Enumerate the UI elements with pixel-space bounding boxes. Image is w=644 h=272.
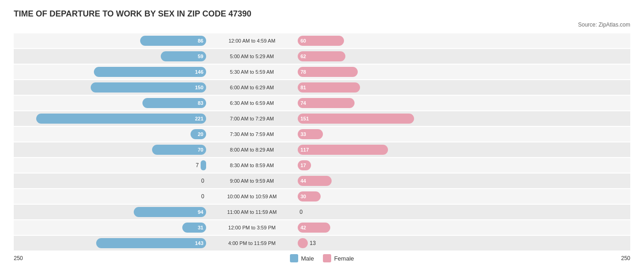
male-bar	[201, 160, 206, 170]
male-bar-container: 7	[14, 160, 206, 170]
female-bar-container: 117	[298, 145, 490, 155]
female-bar: 17	[298, 160, 311, 170]
time-label: 7:00 AM to 7:29 AM	[206, 116, 298, 121]
female-bar: 78	[298, 67, 358, 77]
chart-row: 595:00 AM to 5:29 AM62	[14, 49, 630, 64]
female-bar: 151	[298, 114, 414, 124]
male-bar-container: 0	[14, 178, 206, 184]
source-text: Source: ZipAtlas.com	[14, 22, 630, 28]
male-bar-container: 143	[14, 238, 206, 248]
male-bar: 70	[152, 145, 206, 155]
male-bar-container: 70	[14, 145, 206, 155]
female-bar-container: 62	[298, 51, 490, 61]
male-bar-container: 146	[14, 67, 206, 77]
male-bar: 221	[36, 114, 206, 124]
female-bar-container: 42	[298, 223, 490, 233]
male-bar-container: 86	[14, 36, 206, 46]
female-value: 13	[310, 240, 316, 246]
female-bar: 44	[298, 176, 332, 186]
time-label: 10:00 AM to 10:59 AM	[206, 194, 298, 199]
female-bar	[298, 238, 308, 248]
female-bar: 33	[298, 129, 323, 139]
female-bar: 62	[298, 51, 345, 61]
time-label: 8:00 AM to 8:29 AM	[206, 147, 298, 152]
male-bar: 31	[182, 223, 206, 233]
chart-row: 1465:30 AM to 5:59 AM78	[14, 65, 630, 79]
female-bar: 60	[298, 36, 344, 46]
female-label: Female	[334, 255, 354, 262]
female-bar: 30	[298, 191, 321, 201]
time-label: 6:00 AM to 6:29 AM	[206, 85, 298, 90]
chart-row: 9411:00 AM to 11:59 AM0	[14, 205, 630, 219]
male-bar: 94	[134, 207, 206, 217]
male-value: 0	[201, 178, 204, 184]
male-bar-container: 59	[14, 51, 206, 61]
legend-female: Female	[323, 254, 354, 262]
female-bar-container: 44	[298, 176, 490, 186]
time-label: 5:00 AM to 5:29 AM	[206, 54, 298, 59]
chart-row: 2217:00 AM to 7:29 AM151	[14, 111, 630, 126]
male-bar-container: 150	[14, 82, 206, 92]
female-bar-container: 78	[298, 67, 490, 77]
male-bar: 150	[91, 82, 206, 92]
time-label: 6:30 AM to 6:59 AM	[206, 100, 298, 106]
male-bar-container: 0	[14, 193, 206, 200]
male-bar-container: 20	[14, 129, 206, 139]
time-label: 5:30 AM to 5:59 AM	[206, 69, 298, 75]
chart-row: 1434:00 PM to 11:59 PM13	[14, 236, 630, 250]
time-label: 8:30 AM to 8:59 AM	[206, 163, 298, 168]
chart-row: 836:30 AM to 6:59 AM74	[14, 96, 630, 110]
male-swatch	[290, 254, 298, 262]
female-bar-container: 81	[298, 82, 490, 92]
female-value: 0	[300, 209, 303, 215]
female-bar: 117	[298, 145, 388, 155]
female-bar: 74	[298, 98, 355, 108]
female-bar-container: 74	[298, 98, 490, 108]
female-bar-container: 17	[298, 160, 490, 170]
legend-male: Male	[290, 254, 314, 262]
female-bar: 81	[298, 82, 360, 92]
time-label: 4:00 PM to 11:59 PM	[206, 240, 298, 246]
chart-row: 708:00 AM to 8:29 AM117	[14, 142, 630, 157]
female-bar: 42	[298, 223, 330, 233]
male-bar: 143	[96, 238, 206, 248]
male-bar: 59	[161, 51, 206, 61]
female-bar-container: 151	[298, 114, 490, 124]
male-bar: 146	[94, 67, 206, 77]
male-value: 0	[201, 193, 204, 200]
chart-footer: 250 Male Female 250	[14, 254, 630, 262]
female-bar-container: 0	[298, 209, 490, 215]
time-label: 12:00 PM to 3:59 PM	[206, 225, 298, 230]
axis-left-label: 250	[14, 255, 41, 261]
chart-row: 010:00 AM to 10:59 AM30	[14, 189, 630, 204]
chart-row: 78:30 AM to 8:59 AM17	[14, 158, 630, 173]
chart-row: 3112:00 PM to 3:59 PM42	[14, 220, 630, 235]
male-label: Male	[301, 255, 314, 262]
axis-right-label: 250	[603, 255, 630, 261]
female-swatch	[323, 254, 331, 262]
male-bar-container: 221	[14, 114, 206, 124]
time-label: 9:00 AM to 9:59 AM	[206, 178, 298, 184]
male-bar-container: 94	[14, 207, 206, 217]
chart-row: 8612:00 AM to 4:59 AM60	[14, 33, 630, 48]
female-bar-container: 60	[298, 36, 490, 46]
chart-legend: Male Female	[290, 254, 354, 262]
chart-row: 1506:00 AM to 6:29 AM81	[14, 80, 630, 95]
male-bar-container: 31	[14, 223, 206, 233]
male-bar: 20	[191, 129, 206, 139]
female-bar-container: 33	[298, 129, 490, 139]
male-bar: 86	[140, 36, 206, 46]
chart-title: TIME OF DEPARTURE TO WORK BY SEX IN ZIP …	[14, 9, 630, 19]
chart-row: 09:00 AM to 9:59 AM44	[14, 174, 630, 188]
male-bar-container: 83	[14, 98, 206, 108]
male-value: 7	[196, 162, 199, 169]
female-bar-container: 30	[298, 191, 490, 201]
male-bar: 83	[142, 98, 206, 108]
time-label: 7:30 AM to 7:59 AM	[206, 131, 298, 137]
chart-area: 8612:00 AM to 4:59 AM60595:00 AM to 5:29…	[14, 33, 630, 250]
time-label: 11:00 AM to 11:59 AM	[206, 209, 298, 215]
chart-row: 207:30 AM to 7:59 AM33	[14, 127, 630, 141]
time-label: 12:00 AM to 4:59 AM	[206, 38, 298, 44]
female-bar-container: 13	[298, 238, 490, 248]
